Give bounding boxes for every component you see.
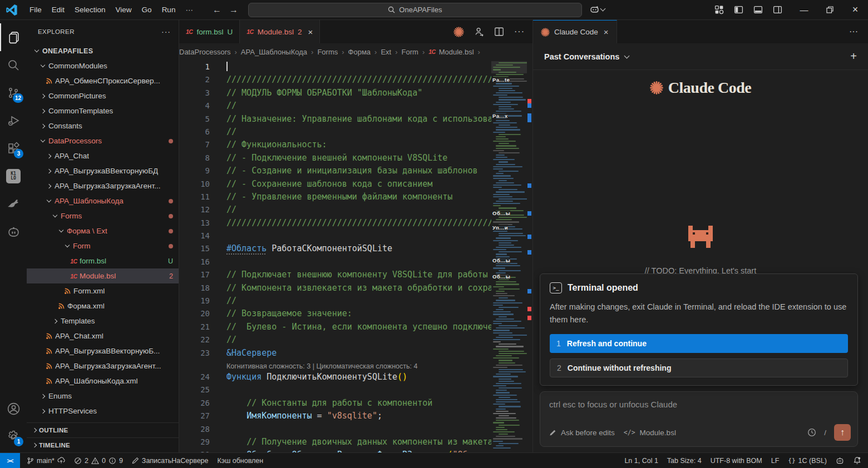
history-clock-icon[interactable] xyxy=(807,428,816,437)
breadcrumb-item[interactable]: АРА_ШаблоныКода xyxy=(241,48,307,56)
explorer-icon[interactable] xyxy=(0,23,27,51)
outline-section[interactable]: OUTLINE xyxy=(27,422,179,437)
tree-item-commonpictures[interactable]: CommonPictures xyxy=(27,88,179,103)
menu-edit[interactable]: Edit xyxy=(47,1,70,19)
editor-more-actions[interactable]: ··· xyxy=(514,27,525,37)
cache-status[interactable]: Кэш обновлен xyxy=(213,453,268,468)
tree-item-dataprocessors[interactable]: DataProcessors xyxy=(27,133,179,148)
cursor-position[interactable]: Ln 1, Col 1 xyxy=(620,453,662,468)
tree-item-форма.xml[interactable]: Форма.xml xyxy=(27,298,179,313)
new-conversation-button[interactable]: + xyxy=(850,50,857,63)
tree-item-ара_выгрузкаввекторнуюб...[interactable]: АРА_ВыгрузкаВВекторнуюБ... xyxy=(27,343,179,359)
open-changes-person-icon[interactable] xyxy=(474,27,484,37)
copilot-menu[interactable] xyxy=(590,5,605,14)
tree-item-module.bsl[interactable]: 1СModule.bsl2 xyxy=(27,268,179,283)
kangaroo-icon[interactable] xyxy=(0,190,27,218)
tree-item-ара_обменспроксисервер...[interactable]: АРА_ОбменСПроксиСервер... xyxy=(27,73,179,88)
tab-claude-code[interactable]: Claude Code × xyxy=(533,20,617,43)
language-mode[interactable]: {} 1C (BSL) xyxy=(783,453,831,468)
settings-gear-icon[interactable]: 1 xyxy=(0,422,27,450)
menu-file[interactable]: File xyxy=(24,1,47,19)
past-conversations-dropdown[interactable]: Past Conversations xyxy=(544,52,619,61)
tree-item-constants[interactable]: Constants xyxy=(27,118,179,133)
tree-item-commonmodules[interactable]: CommonModules xyxy=(27,58,179,73)
panel-more-actions[interactable]: ··· xyxy=(849,27,868,37)
extensions-icon[interactable]: 3 xyxy=(0,135,27,162)
publish-to-server-button[interactable]: ЗаписатьНаСервере xyxy=(127,453,213,468)
tree-item-form.bsl[interactable]: 1Сform.bslU xyxy=(27,253,179,268)
tree-item-ара_выгрузказагрузкаагент...[interactable]: АРА_ВыгрузкаЗагрузкаАгент... xyxy=(27,178,179,193)
minimize-button[interactable]: — xyxy=(791,0,817,19)
tree-item-templates[interactable]: Templates xyxy=(27,313,179,328)
refresh-and-continue-button[interactable]: 1 Refresh and continue xyxy=(550,334,848,353)
tab-form-bsl[interactable]: 1С form.bsl U xyxy=(179,20,240,43)
robot-status-icon[interactable] xyxy=(831,453,849,468)
menu-view[interactable]: View xyxy=(111,1,137,19)
tree-item-form[interactable]: Form xyxy=(27,238,179,253)
explorer-more-actions[interactable]: ··· xyxy=(161,27,171,36)
close-tab-icon[interactable]: × xyxy=(308,27,313,37)
problems-status[interactable]: 2 0 9 xyxy=(70,453,127,468)
eol-sequence[interactable]: LF xyxy=(767,453,784,468)
send-button[interactable]: ↑ xyxy=(834,424,851,441)
close-tab-icon[interactable]: × xyxy=(604,27,609,37)
context-file[interactable]: Module.bsl xyxy=(640,429,676,437)
code-line-1: 1 xyxy=(179,61,491,73)
toggle-primary-sidebar-icon[interactable] xyxy=(734,5,743,14)
code-line-3: 3// МОДУЛЬ ФОРМЫ ОБРАБОТКИ "ШаблоныКода" xyxy=(179,87,491,99)
breadcrumb-item[interactable]: DataProcessors xyxy=(179,48,230,56)
timeline-section[interactable]: TIMELINE xyxy=(27,437,179,452)
tree-item-apa_chat[interactable]: APA_Chat xyxy=(27,148,179,163)
tree-item-форма-ext[interactable]: Форма \ Ext xyxy=(27,223,179,238)
source-control-icon[interactable]: 12 xyxy=(0,79,27,107)
command-center-search[interactable]: OneAPAFiles xyxy=(248,3,582,17)
breadcrumb-item[interactable]: Форма xyxy=(348,48,371,56)
slash-command[interactable]: / xyxy=(824,429,826,437)
tree-item-oneapafiles[interactable]: ONEAPAFILES xyxy=(27,43,179,58)
search-icon[interactable] xyxy=(0,51,27,79)
tree-item-enums[interactable]: Enums xyxy=(27,389,179,404)
robot-extension-icon[interactable] xyxy=(0,218,27,246)
tab-size[interactable]: Tab Size: 4 xyxy=(663,453,706,468)
breadcrumb-item[interactable]: Forms xyxy=(317,48,338,56)
encoding[interactable]: UTF-8 with BOM xyxy=(706,453,767,468)
nav-back-arrow[interactable]: ← xyxy=(213,5,221,15)
split-editor-icon[interactable] xyxy=(494,27,504,37)
run-debug-icon[interactable] xyxy=(0,107,27,135)
customize-layout-icon[interactable] xyxy=(714,5,724,14)
tree-item-forms[interactable]: Forms xyxy=(27,208,179,223)
notifications-bell-icon[interactable] xyxy=(849,453,868,468)
account-icon[interactable] xyxy=(0,395,27,422)
tree-item-ара_шаблоныкода.xml[interactable]: АРА_ШаблоныКода.xml xyxy=(27,374,179,389)
tree-item-form.xml[interactable]: Form.xml xyxy=(27,283,179,298)
close-window-button[interactable]: × xyxy=(842,0,868,19)
toggle-secondary-sidebar-icon[interactable] xyxy=(773,5,782,14)
menu-selection[interactable]: Selection xyxy=(70,1,111,19)
breadcrumb-file[interactable]: Module.bsl xyxy=(439,48,474,56)
minimap[interactable]: Ра...teРа...хОб...ыУп...иОб...ыОб...ы xyxy=(491,60,527,452)
edit-mode-selector[interactable]: Ask before edits xyxy=(561,429,615,437)
claude-starburst-icon[interactable] xyxy=(453,27,464,37)
menu-go[interactable]: Go xyxy=(137,1,157,19)
continue-without-refreshing-button[interactable]: 2 Continue without refreshing xyxy=(550,359,848,377)
breadcrumb-item[interactable]: Form xyxy=(402,48,418,56)
git-branch-status[interactable]: main* xyxy=(22,453,70,468)
menu-run[interactable]: Run xyxy=(157,1,181,19)
tree-item-ара_выгрузкаввекторнуюбд[interactable]: АРА_ВыгрузкаВВекторнуюБД xyxy=(27,163,179,178)
kilo-code-icon[interactable]: K1LO xyxy=(0,162,27,190)
menu-[interactable]: ··· xyxy=(180,1,198,19)
code-editor[interactable]: 12//////////////////////////////////////… xyxy=(179,60,491,452)
tab-module-bsl[interactable]: 1С Module.bsl 2 × xyxy=(240,20,320,43)
tree-item-commontemplates[interactable]: CommonTemplates xyxy=(27,103,179,118)
tree-item-httpservices[interactable]: HTTPServices xyxy=(27,404,179,419)
codelens-row[interactable]: Когнитивная сложность: 3 | Цикломатическ… xyxy=(179,360,491,371)
breadcrumb-item[interactable]: Ext xyxy=(381,48,391,56)
tree-item-apa_chat.xml[interactable]: APA_Chat.xml xyxy=(27,328,179,343)
nav-forward-arrow[interactable]: → xyxy=(229,5,238,15)
claude-chat-input[interactable]: ctrl esc to focus or unfocus Claude Ask … xyxy=(540,391,858,447)
remote-indicator[interactable]: >< xyxy=(0,453,20,468)
tree-item-ара_шаблоныкода[interactable]: АРА_ШаблоныКода xyxy=(27,193,179,208)
toggle-panel-icon[interactable] xyxy=(753,5,763,14)
restore-button[interactable] xyxy=(817,0,842,19)
tree-item-ара_выгрузказагрузкаагент...[interactable]: АРА_ВыгрузкаЗагрузкаАгент... xyxy=(27,359,179,374)
